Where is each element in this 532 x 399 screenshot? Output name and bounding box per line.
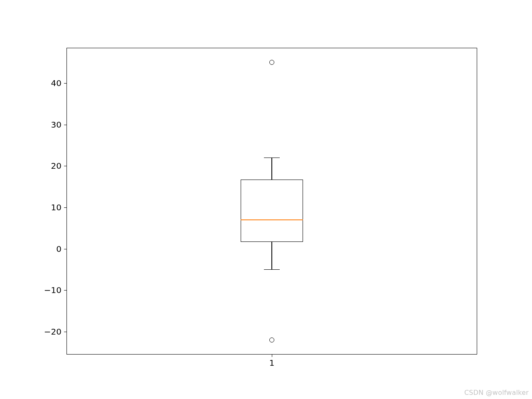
boxplot-outlier bbox=[269, 60, 274, 65]
boxplot-outlier bbox=[269, 337, 274, 342]
y-tick-label: 30 bbox=[42, 120, 62, 130]
y-tick-label: 0 bbox=[42, 244, 62, 254]
y-tick-mark bbox=[64, 166, 66, 166]
y-tick-label: 20 bbox=[42, 161, 62, 171]
boxplot-box bbox=[241, 180, 303, 242]
boxplot-median bbox=[241, 219, 303, 220]
whisker-lower bbox=[271, 242, 272, 270]
y-tick-mark bbox=[64, 125, 66, 125]
x-tick-mark bbox=[272, 355, 272, 357]
y-tick-mark bbox=[64, 83, 66, 84]
y-tick-label: −20 bbox=[42, 327, 62, 337]
y-tick-mark bbox=[64, 332, 66, 332]
y-tick-mark bbox=[64, 207, 66, 208]
whisker-upper bbox=[271, 158, 272, 180]
y-tick-mark bbox=[64, 249, 66, 249]
y-tick-label: −10 bbox=[42, 285, 62, 295]
y-tick-label: 40 bbox=[42, 78, 62, 88]
whisker-cap-lower bbox=[264, 269, 280, 270]
whisker-cap-upper bbox=[264, 158, 280, 158]
y-tick-label: 10 bbox=[42, 202, 62, 212]
watermark-text: CSDN @wolfwalker bbox=[464, 389, 529, 397]
y-tick-mark bbox=[64, 290, 66, 291]
x-tick-label: 1 bbox=[269, 358, 275, 368]
